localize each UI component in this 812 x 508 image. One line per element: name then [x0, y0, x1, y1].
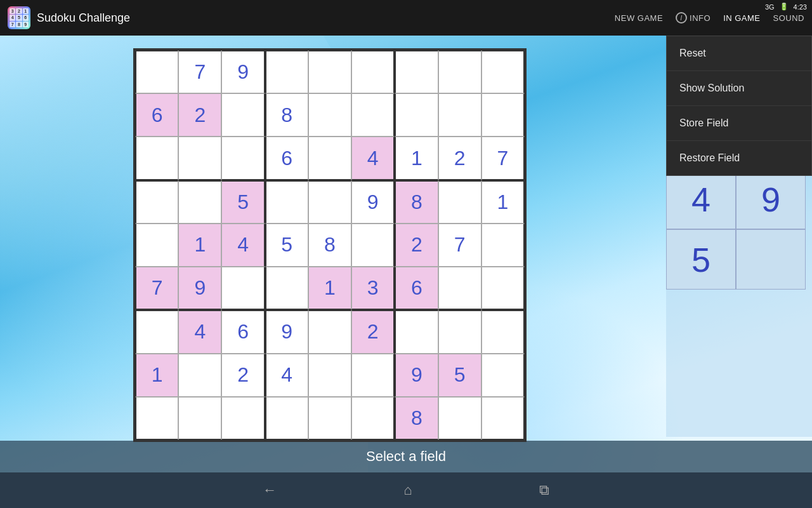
cell-65[interactable]: 2: [221, 354, 265, 397]
cell-12[interactable]: 8: [265, 93, 308, 137]
cell-10[interactable]: 2: [178, 93, 221, 137]
cell-34[interactable]: [438, 180, 481, 224]
cell-59[interactable]: 2: [351, 310, 395, 353]
bottombar: ← ⌂ ⧉: [0, 472, 812, 508]
cell-25[interactable]: 2: [438, 137, 481, 180]
sudoku-grid-container: 79628641275981145827791364692124958: [133, 48, 527, 442]
in-game-button[interactable]: IN GAME: [723, 13, 760, 23]
cell-48[interactable]: [265, 267, 308, 310]
cell-60[interactable]: [395, 310, 438, 353]
cell-76[interactable]: [308, 397, 351, 440]
cell-64[interactable]: [178, 354, 221, 397]
cell-5[interactable]: [351, 50, 395, 93]
cell-75[interactable]: [265, 397, 308, 440]
cell-55[interactable]: 4: [178, 310, 221, 353]
cell-27[interactable]: [135, 180, 178, 224]
cell-74[interactable]: [221, 397, 265, 440]
cell-14[interactable]: [351, 93, 395, 137]
cell-24[interactable]: 1: [395, 137, 438, 180]
cell-73[interactable]: [178, 397, 221, 440]
cell-4[interactable]: [308, 50, 351, 93]
cell-6[interactable]: [395, 50, 438, 93]
cell-33[interactable]: 8: [395, 180, 438, 224]
cell-46[interactable]: 9: [178, 267, 221, 310]
cell-9[interactable]: 6: [135, 93, 178, 137]
cell-77[interactable]: [351, 397, 395, 440]
info-button[interactable]: i INFO: [676, 12, 710, 23]
cell-72[interactable]: [135, 397, 178, 440]
cell-42[interactable]: 2: [395, 224, 438, 267]
cell-7[interactable]: [438, 50, 481, 93]
cell-47[interactable]: [221, 267, 265, 310]
cell-32[interactable]: 9: [351, 180, 395, 224]
sound-button[interactable]: SOUND: [773, 13, 804, 23]
status-bar: 3G 🔋 4:23: [765, 3, 807, 11]
back-button[interactable]: ←: [263, 482, 277, 498]
cell-22[interactable]: [308, 137, 351, 180]
cell-11[interactable]: [221, 93, 265, 137]
cell-80[interactable]: [481, 397, 525, 440]
cell-79[interactable]: [438, 397, 481, 440]
cell-37[interactable]: 1: [178, 224, 221, 267]
cell-44[interactable]: [481, 224, 525, 267]
time-display: 4:23: [794, 3, 807, 11]
cell-53[interactable]: [481, 267, 525, 310]
cell-29[interactable]: 5: [221, 180, 265, 224]
numpad-empty[interactable]: [736, 229, 806, 290]
cell-56[interactable]: 6: [221, 310, 265, 353]
cell-78[interactable]: 8: [395, 397, 438, 440]
cell-3[interactable]: [265, 50, 308, 93]
cell-61[interactable]: [438, 310, 481, 353]
cell-43[interactable]: 7: [438, 224, 481, 267]
cell-57[interactable]: 9: [265, 310, 308, 353]
cell-15[interactable]: [395, 93, 438, 137]
cell-41[interactable]: [351, 224, 395, 267]
cell-66[interactable]: 4: [265, 354, 308, 397]
cell-40[interactable]: 8: [308, 224, 351, 267]
cell-70[interactable]: 5: [438, 354, 481, 397]
menu-item-reset[interactable]: Reset: [667, 36, 811, 71]
cell-20[interactable]: [221, 137, 265, 180]
cell-45[interactable]: 7: [135, 267, 178, 310]
cell-35[interactable]: 1: [481, 180, 525, 224]
cell-38[interactable]: 4: [221, 224, 265, 267]
cell-13[interactable]: [308, 93, 351, 137]
cell-63[interactable]: 1: [135, 354, 178, 397]
numpad-9[interactable]: 9: [736, 169, 806, 229]
cell-2[interactable]: 9: [221, 50, 265, 93]
cell-8[interactable]: [481, 50, 525, 93]
cell-58[interactable]: [308, 310, 351, 353]
cell-31[interactable]: [308, 180, 351, 224]
cell-30[interactable]: [265, 180, 308, 224]
recent-button[interactable]: ⧉: [539, 482, 549, 498]
cell-68[interactable]: [351, 354, 395, 397]
menu-item-show-solution[interactable]: Show Solution: [667, 71, 811, 106]
cell-17[interactable]: [481, 93, 525, 137]
cell-54[interactable]: [135, 310, 178, 353]
numpad-4[interactable]: 4: [666, 169, 736, 229]
cell-36[interactable]: [135, 224, 178, 267]
cell-23[interactable]: 4: [351, 137, 395, 180]
menu-item-restore-field[interactable]: Restore Field: [667, 141, 811, 175]
cell-39[interactable]: 5: [265, 224, 308, 267]
cell-67[interactable]: [308, 354, 351, 397]
cell-16[interactable]: [438, 93, 481, 137]
menu-item-store-field[interactable]: Store Field: [667, 106, 811, 141]
cell-51[interactable]: 6: [395, 267, 438, 310]
new-game-button[interactable]: NEW GAME: [615, 13, 663, 23]
cell-28[interactable]: [178, 180, 221, 224]
numpad-5[interactable]: 5: [666, 229, 736, 290]
cell-49[interactable]: 1: [308, 267, 351, 310]
cell-62[interactable]: [481, 310, 525, 353]
cell-19[interactable]: [178, 137, 221, 180]
cell-18[interactable]: [135, 137, 178, 180]
cell-1[interactable]: 7: [178, 50, 221, 93]
cell-52[interactable]: [438, 267, 481, 310]
cell-69[interactable]: 9: [395, 354, 438, 397]
cell-21[interactable]: 6: [265, 137, 308, 180]
cell-71[interactable]: [481, 354, 525, 397]
cell-0[interactable]: [135, 50, 178, 93]
cell-26[interactable]: 7: [481, 137, 525, 180]
home-button[interactable]: ⌂: [403, 482, 412, 498]
cell-50[interactable]: 3: [351, 267, 395, 310]
